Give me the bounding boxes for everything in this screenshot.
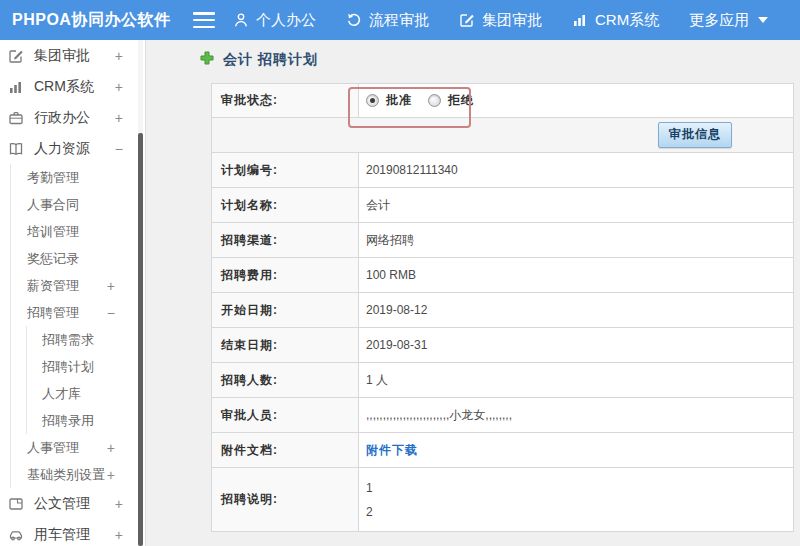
field-value: 网络招聘 [359, 223, 793, 257]
field-label: 审批人员: [212, 398, 359, 432]
field-label: 计划编号: [212, 153, 359, 187]
table-row: 计划编号: 20190812111340 [212, 153, 793, 188]
main-content: 会计 招聘计划 审批状态: 批准 拒绝 审批信息 计划编号: 201908121… [147, 40, 800, 546]
attachment-download-link[interactable]: 附件下载 [366, 442, 418, 459]
app-title: PHPOA协同办公软件 [0, 10, 193, 31]
sidebar-item-recruitment[interactable]: 招聘管理 − [11, 299, 145, 326]
attachment-row: 附件文档: 附件下载 [212, 433, 793, 468]
field-value: 会计 [359, 188, 793, 222]
top-navbar: PHPOA协同办公软件 个人办公 流程审批 集团审批 CRM系统 更多应用 [0, 0, 800, 40]
car-icon [8, 527, 24, 543]
field-label: 附件文档: [212, 433, 359, 467]
history-icon [346, 12, 362, 28]
approval-form: 审批状态: 批准 拒绝 审批信息 计划编号: 20190812111340 计划… [211, 83, 794, 532]
sidebar-item-recruit-plan[interactable]: 招聘计划 [27, 353, 145, 380]
sidebar-item-vehicle[interactable]: 用车管理 + [0, 519, 145, 546]
page-title: 会计 招聘计划 [223, 51, 318, 69]
menu-toggle-icon[interactable] [193, 12, 215, 28]
field-value: 2019-08-31 [359, 328, 793, 362]
sidebar-item-attendance[interactable]: 考勤管理 [11, 164, 145, 191]
breadcrumb: 会计 招聘计划 [200, 51, 318, 69]
caret-down-icon [758, 17, 768, 23]
sidebar-item-hr-contract[interactable]: 人事合同 [11, 191, 145, 218]
sidebar-scrollbar[interactable] [138, 40, 143, 546]
briefcase-icon [8, 110, 24, 126]
nav-crm-system[interactable]: CRM系统 [572, 11, 659, 30]
sidebar-item-documents[interactable]: 公文管理 + [0, 488, 145, 519]
field-label: 计划名称: [212, 188, 359, 222]
table-row: 招聘费用: 100 RMB [212, 258, 793, 293]
sidebar-item-training[interactable]: 培训管理 [11, 218, 145, 245]
approval-info-button[interactable]: 审批信息 [658, 122, 732, 148]
field-label: 开始日期: [212, 293, 359, 327]
radio-approve-label[interactable]: 批准 [386, 92, 412, 109]
table-row: 审批人员: ,,,,,,,,,,,,,,,,,,,,,,,,,小龙女,,,,,,… [212, 398, 793, 433]
sidebar-item-talent-pool[interactable]: 人才库 [27, 380, 145, 407]
table-row: 计划名称: 会计 [212, 188, 793, 223]
button-row: 审批信息 [212, 118, 793, 153]
radio-approve[interactable] [366, 94, 379, 107]
edit-icon [8, 48, 24, 64]
table-row: 开始日期: 2019-08-12 [212, 293, 793, 328]
status-radios: 批准 拒绝 [359, 84, 793, 117]
sidebar-item-admin-office[interactable]: 行政办公 + [0, 102, 145, 133]
description-line: 1 [366, 481, 373, 495]
field-value: 2019-08-12 [359, 293, 793, 327]
book-icon [8, 141, 24, 157]
sidebar-item-group-approval[interactable]: 集团审批 + [0, 40, 145, 71]
table-row: 招聘人数: 1 人 [212, 363, 793, 398]
field-value: 1 人 [359, 363, 793, 397]
sidebar-item-salary[interactable]: 薪资管理 + [11, 272, 145, 299]
status-row: 审批状态: 批准 拒绝 [212, 84, 793, 118]
field-label: 结束日期: [212, 328, 359, 362]
recruitment-submenu: 招聘需求 招聘计划 人才库 招聘录用 [26, 326, 145, 434]
sidebar-item-crm[interactable]: CRM系统 + [0, 71, 145, 102]
user-icon [233, 12, 249, 28]
sidebar: 集团审批 + CRM系统 + 行政办公 + 人力资源 − 考勤管理 人事合同 培… [0, 40, 146, 546]
bar-chart-icon [8, 79, 24, 95]
field-label: 招聘说明: [212, 468, 359, 531]
sidebar-item-hr[interactable]: 人力资源 − [0, 133, 145, 164]
nav-more-apps[interactable]: 更多应用 [689, 11, 768, 30]
add-icon [200, 51, 214, 69]
edit-icon [459, 12, 475, 28]
field-label: 招聘人数: [212, 363, 359, 397]
document-icon [8, 496, 24, 512]
sidebar-item-base-category[interactable]: 基础类别设置 + [11, 461, 145, 488]
bar-chart-icon [572, 12, 588, 28]
field-label: 招聘渠道: [212, 223, 359, 257]
scrollbar-thumb[interactable] [138, 133, 143, 546]
nav-workflow-approval[interactable]: 流程审批 [346, 11, 429, 30]
sidebar-item-rewards[interactable]: 奖惩记录 [11, 245, 145, 272]
table-row: 招聘渠道: 网络招聘 [212, 223, 793, 258]
field-value: 100 RMB [359, 258, 793, 292]
nav-personal-office[interactable]: 个人办公 [233, 11, 316, 30]
radio-reject-label[interactable]: 拒绝 [448, 92, 474, 109]
top-nav-menu: 个人办公 流程审批 集团审批 CRM系统 更多应用 [233, 11, 798, 30]
sidebar-item-personnel[interactable]: 人事管理 + [11, 434, 145, 461]
field-label: 审批状态: [212, 84, 359, 117]
nav-group-approval[interactable]: 集团审批 [459, 11, 542, 30]
description-row: 招聘说明: 1 2 [212, 468, 793, 532]
sidebar-item-recruit-hire[interactable]: 招聘录用 [27, 407, 145, 434]
description-line: 2 [366, 505, 373, 519]
field-value: ,,,,,,,,,,,,,,,,,,,,,,,,,小龙女,,,,,,,, [359, 398, 793, 432]
field-label: 招聘费用: [212, 258, 359, 292]
field-value: 20190812111340 [359, 153, 793, 187]
hr-submenu: 考勤管理 人事合同 培训管理 奖惩记录 薪资管理 + 招聘管理 − 招聘需求 招… [10, 164, 145, 488]
table-row: 结束日期: 2019-08-31 [212, 328, 793, 363]
radio-reject[interactable] [428, 94, 441, 107]
sidebar-item-recruit-demand[interactable]: 招聘需求 [27, 326, 145, 353]
